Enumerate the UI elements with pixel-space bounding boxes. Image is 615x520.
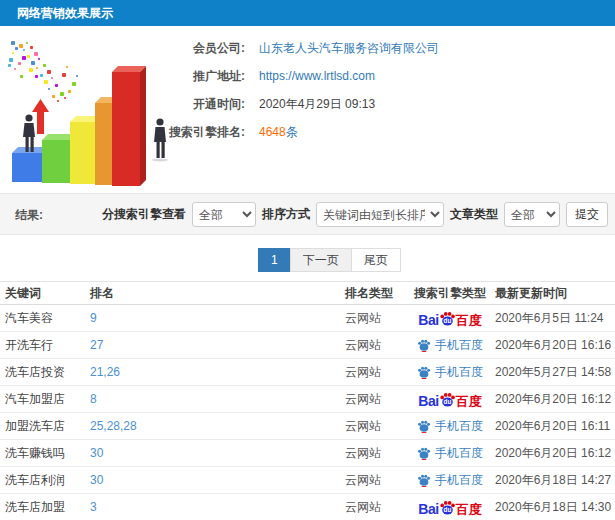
ranking-count-suffix: 条 (286, 125, 298, 139)
updated-cell: 2020年6月20日 16:16 (495, 337, 615, 354)
open-time-value: 2020年4月29日 09:13 (259, 96, 375, 113)
rank-cell[interactable]: 30 (90, 446, 345, 460)
company-link[interactable]: 山东老人头汽车服务咨询有限公司 (259, 40, 439, 57)
paw-icon (417, 473, 431, 487)
rank-cell[interactable]: 8 (90, 392, 345, 406)
rank-type-cell: 云网站 (345, 391, 405, 408)
rank-type-cell: 云网站 (345, 499, 405, 516)
table-row: 洗车店投资 21,26 云网站 手机百度 2020年5月27日 14:58 (0, 359, 615, 386)
mobile-baidu-label: 手机百度 (435, 364, 483, 381)
baidu-logo-chinese: 百度 (456, 314, 482, 327)
rank-cell[interactable]: 3 (90, 500, 345, 514)
mobile-baidu-logo: 手机百度 (417, 364, 483, 381)
rank-type-cell: 云网站 (345, 364, 405, 381)
engine-cell: Baidu百度 (405, 391, 495, 408)
engine-cell: 手机百度 (405, 445, 495, 462)
article-type-label: 文章类型 (450, 206, 498, 223)
svg-text:du: du (443, 317, 451, 324)
svg-text:du: du (443, 398, 451, 405)
paw-icon (417, 446, 431, 460)
pagination-last-button[interactable]: 尾页 (351, 248, 401, 272)
paw-icon (417, 365, 431, 379)
filter-controls: 分搜索引擎查看 全部 排序方式 关键词由短到长排序 文章类型 全部 提交 (102, 202, 608, 227)
baidu-logo: Baidu百度 (418, 499, 481, 516)
open-time-label: 开通时间: (150, 96, 245, 113)
rank-type-cell: 云网站 (345, 418, 405, 435)
keyword-cell: 汽车美容 (5, 310, 90, 327)
mobile-baidu-logo: 手机百度 (417, 337, 483, 354)
keyword-cell: 洗车店加盟 (5, 499, 90, 516)
promo-url-label: 推广地址: (150, 68, 245, 85)
header-keyword: 关键词 (5, 285, 90, 302)
table-row: 汽车美容 9 云网站 Baidu百度 2020年6月5日 11:24 (0, 305, 615, 332)
ranking-count-number: 4648 (259, 125, 286, 139)
person-left (23, 114, 35, 152)
confetti-dots (8, 41, 78, 102)
member-info: 会员公司: 山东老人头汽车服务咨询有限公司 推广地址: https://www.… (150, 38, 570, 150)
up-arrow-icon (32, 99, 49, 134)
engine-cell: 手机百度 (405, 418, 495, 435)
updated-cell: 2020年6月20日 16:12 (495, 391, 615, 408)
mobile-baidu-label: 手机百度 (435, 337, 483, 354)
promo-url-link[interactable]: https://www.lrtlsd.com (259, 69, 375, 83)
baidu-paw-icon: du (439, 310, 456, 327)
rank-cell[interactable]: 27 (90, 338, 345, 352)
baidu-logo-latin: Bai (418, 394, 438, 408)
article-type-select[interactable]: 全部 (504, 202, 560, 227)
table-header-row: 关键词 排名 排名类型 搜索引擎类型 最新更新时间 (0, 281, 615, 305)
baidu-paw-icon: du (439, 499, 456, 516)
baidu-logo: Baidu百度 (418, 391, 481, 408)
mobile-baidu-logo: 手机百度 (417, 445, 483, 462)
info-row-company: 会员公司: 山东老人头汽车服务咨询有限公司 (150, 38, 570, 58)
updated-cell: 2020年6月20日 16:12 (495, 445, 615, 462)
info-row-url: 推广地址: https://www.lrtlsd.com (150, 66, 570, 86)
keyword-cell: 洗车店利润 (5, 472, 90, 489)
engine-cell: 手机百度 (405, 337, 495, 354)
rank-cell[interactable]: 21,26 (90, 365, 345, 379)
keyword-cell: 开洗车行 (5, 337, 90, 354)
filter-band: 结果: 分搜索引擎查看 全部 排序方式 关键词由短到长排序 文章类型 全部 提交 (0, 193, 615, 235)
sort-filter-label: 排序方式 (262, 206, 310, 223)
header-rank: 排名 (90, 285, 345, 302)
engine-cell: Baidu百度 (405, 499, 495, 516)
pagination: 1 下一页 尾页 (258, 248, 401, 272)
baidu-paw-icon: du (439, 391, 456, 408)
results-table-body: 汽车美容 9 云网站 Baidu百度 2020年6月5日 11:24 开洗车行 … (0, 305, 615, 520)
rank-type-cell: 云网站 (345, 445, 405, 462)
mobile-baidu-label: 手机百度 (435, 445, 483, 462)
info-row-ranking-count: 搜索引擎排名: 4648条 (150, 122, 570, 142)
table-row: 开洗车行 27 云网站 手机百度 2020年6月20日 16:16 (0, 332, 615, 359)
engine-cell: Baidu百度 (405, 310, 495, 327)
sort-filter-select[interactable]: 关键词由短到长排序 (316, 202, 444, 227)
engine-cell: 手机百度 (405, 472, 495, 489)
submit-button[interactable]: 提交 (566, 202, 608, 227)
header-rank-type: 排名类型 (345, 285, 405, 302)
updated-cell: 2020年6月18日 14:30 (495, 499, 615, 516)
baidu-logo-chinese: 百度 (456, 503, 482, 516)
top-bar: 网络营销效果展示 (0, 0, 615, 26)
rank-cell[interactable]: 9 (90, 311, 345, 325)
table-row: 汽车加盟店 8 云网站 Baidu百度 2020年6月20日 16:12 (0, 386, 615, 413)
table-row: 洗车店利润 30 云网站 手机百度 2020年6月18日 14:27 (0, 467, 615, 494)
paw-icon (417, 338, 431, 352)
updated-cell: 2020年6月20日 16:11 (495, 418, 615, 435)
baidu-logo-chinese: 百度 (456, 395, 482, 408)
page: 网络营销效果展示 (0, 0, 615, 520)
info-row-open-time: 开通时间: 2020年4月29日 09:13 (150, 94, 570, 114)
table-row: 洗车赚钱吗 30 云网站 手机百度 2020年6月20日 16:12 (0, 440, 615, 467)
pagination-page-1[interactable]: 1 (258, 248, 291, 272)
updated-cell: 2020年6月18日 14:27 (495, 472, 615, 489)
engine-cell: 手机百度 (405, 364, 495, 381)
rank-cell[interactable]: 25,28,28 (90, 419, 345, 433)
company-label: 会员公司: (150, 40, 245, 57)
table-row: 加盟洗车店 25,28,28 云网站 手机百度 2020年6月20日 16:11 (0, 413, 615, 440)
mobile-baidu-label: 手机百度 (435, 472, 483, 489)
engine-filter-select[interactable]: 全部 (192, 202, 256, 227)
baidu-logo: Baidu百度 (418, 310, 481, 327)
rank-type-cell: 云网站 (345, 337, 405, 354)
rank-cell[interactable]: 30 (90, 473, 345, 487)
mobile-baidu-logo: 手机百度 (417, 472, 483, 489)
pagination-next-button[interactable]: 下一页 (290, 248, 352, 272)
rank-type-cell: 云网站 (345, 472, 405, 489)
mobile-baidu-logo: 手机百度 (417, 418, 483, 435)
